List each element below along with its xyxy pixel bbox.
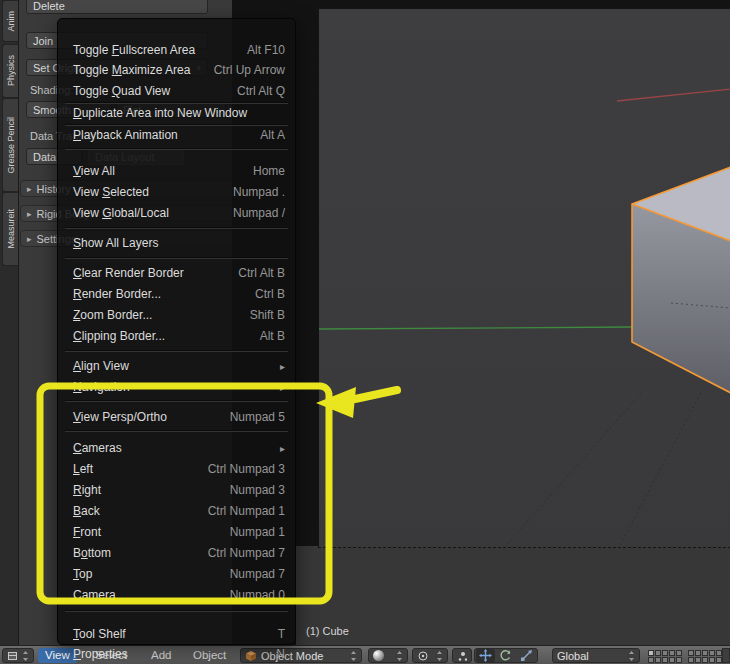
menu-item-view-persp-ortho[interactable]: View Persp/OrthoNumpad 5 (59, 407, 294, 427)
tool-tab-label: Measureit (6, 209, 16, 249)
clipped-header-button[interactable] (722, 648, 730, 663)
layer-toggle[interactable] (669, 650, 675, 656)
menu-item-shortcut: Ctrl Numpad 3 (208, 462, 285, 476)
menu-item-shortcut: Ctrl Up Arrow (214, 63, 285, 77)
menu-item-shortcut: Numpad 3 (230, 483, 285, 497)
layer-toggle[interactable] (702, 657, 708, 663)
view-menu: Toggle Fullscreen AreaAlt F10Toggle Maxi… (57, 18, 296, 645)
menu-item-label: Front (73, 525, 101, 539)
menu-item-clear-render-border[interactable]: Clear Render BorderCtrl Alt B (59, 263, 294, 283)
layer-toggle[interactable] (709, 650, 715, 656)
layer-toggle[interactable] (662, 657, 668, 663)
viewport-lower-region[interactable] (296, 546, 730, 645)
tool-tab-label: Physics (6, 55, 16, 86)
menu-item-label: Tool Shelf (73, 627, 126, 641)
menu-item-shortcut: Alt B (260, 329, 285, 343)
menu-item-shortcut: Ctrl Alt B (238, 266, 285, 280)
tool-tab-measureit[interactable]: Measureit (2, 192, 18, 266)
tool-tab-grease-pencil[interactable]: Grease Pencil (2, 98, 18, 192)
menu-item-shortcut: Ctrl Numpad 7 (208, 546, 285, 560)
tool-tab-physics[interactable]: Physics (2, 44, 18, 98)
menu-item-label: Show All Layers (73, 236, 158, 250)
tool-tab-anim[interactable]: Anim (2, 0, 18, 42)
menu-item-clipping-border[interactable]: Clipping Border...Alt B (59, 326, 294, 346)
submenu-arrow-icon: ▸ (280, 382, 285, 393)
menu-item-shortcut: Alt F10 (247, 43, 285, 57)
menu-item-render-border[interactable]: Render Border...Ctrl B (59, 284, 294, 304)
menu-item-right[interactable]: RightNumpad 3 (59, 480, 294, 500)
menu-item-navigation[interactable]: Navigation▸ (59, 377, 294, 397)
rotate-manipulator-button[interactable] (496, 649, 515, 662)
menu-item-show-all-layers[interactable]: Show All Layers (59, 233, 294, 253)
layer-toggle[interactable] (695, 650, 701, 656)
submenu-arrow-icon: ▸ (280, 443, 285, 454)
menu-item-duplicate-area-into-new-window[interactable]: Duplicate Area into New Window (59, 103, 294, 123)
layer-toggle[interactable] (676, 650, 682, 656)
menu-item-shortcut: N (276, 647, 285, 661)
menu-item-toggle-fullscreen-area[interactable]: Toggle Fullscreen AreaAlt F10 (59, 40, 294, 60)
translate-manipulator-button[interactable] (476, 649, 495, 662)
menu-item-label: Left (73, 462, 93, 476)
menu-item-tool-shelf[interactable]: Tool ShelfT (59, 624, 294, 644)
layer-toggle[interactable] (648, 650, 654, 656)
layer-toggle[interactable] (695, 657, 701, 663)
menu-item-toggle-maximize-area[interactable]: Toggle Maximize AreaCtrl Up Arrow (59, 60, 294, 80)
menu-item-label: Align View (73, 359, 129, 373)
layer-toggle[interactable] (655, 657, 661, 663)
menu-item-cameras[interactable]: Cameras▸ (59, 438, 294, 458)
layer-block (648, 650, 682, 663)
layers-widget (648, 650, 722, 663)
center-points-toggle[interactable] (452, 648, 472, 663)
menu-item-back[interactable]: BackCtrl Numpad 1 (59, 501, 294, 521)
dropdown-arrows-icon (396, 650, 403, 662)
transform-orientation-selector[interactable]: Global (552, 648, 640, 663)
delete-button[interactable]: Delete (26, 0, 208, 14)
viewport-status-text: (1) Cube (306, 625, 349, 637)
layer-toggle[interactable] (662, 650, 668, 656)
menu-item-bottom[interactable]: BottomCtrl Numpad 7 (59, 543, 294, 563)
menu-item-label: Top (73, 567, 92, 581)
scale-manipulator-button[interactable] (517, 649, 536, 662)
menu-item-top[interactable]: TopNumpad 7 (59, 564, 294, 584)
menu-item-shortcut: Numpad . (233, 185, 285, 199)
layer-toggle[interactable] (655, 650, 661, 656)
editor-type-button[interactable] (2, 648, 34, 663)
menu-item-camera[interactable]: CameraNumpad 0 (59, 585, 294, 605)
menu-item-label: Clipping Border... (73, 329, 165, 343)
menu-item-shortcut: Shift B (250, 308, 285, 322)
scale-icon (520, 649, 533, 662)
menu-item-zoom-border[interactable]: Zoom Border...Shift B (59, 305, 294, 325)
menu-separator (65, 148, 288, 149)
layer-toggle[interactable] (688, 657, 694, 663)
menu-item-label: Back (73, 504, 100, 518)
pivot-point-selector[interactable] (412, 648, 448, 663)
menu-item-label: Playback Animation (73, 128, 178, 142)
editor-type-icon (7, 650, 18, 662)
layer-toggle[interactable] (648, 657, 654, 663)
layer-toggle[interactable] (709, 657, 715, 663)
menu-item-label: Cameras (73, 441, 122, 455)
viewport-shading-selector[interactable] (368, 648, 408, 663)
menu-item-front[interactable]: FrontNumpad 1 (59, 522, 294, 542)
panel-expand-icon: ▸ (27, 234, 32, 244)
layer-toggle[interactable] (702, 650, 708, 656)
menu-item-view-global-local[interactable]: View Global/LocalNumpad / (59, 203, 294, 223)
layer-toggle[interactable] (669, 657, 675, 663)
layer-toggle[interactable] (676, 657, 682, 663)
menu-item-view-all[interactable]: View AllHome (59, 161, 294, 181)
panel-expand-icon: ▸ (27, 184, 32, 194)
menu-item-playback-animation[interactable]: Playback AnimationAlt A (59, 125, 294, 145)
menu-item-label: Zoom Border... (73, 308, 152, 322)
layer-toggle[interactable] (688, 650, 694, 656)
menu-item-label: Right (73, 483, 101, 497)
menu-item-label: View Persp/Ortho (73, 410, 167, 424)
menu-item-left[interactable]: LeftCtrl Numpad 3 (59, 459, 294, 479)
menu-item-toggle-quad-view[interactable]: Toggle Quad ViewCtrl Alt Q (59, 81, 294, 101)
menu-item-properties[interactable]: PropertiesN (59, 644, 294, 664)
menu-item-view-selected[interactable]: View SelectedNumpad . (59, 182, 294, 202)
tool-tabs: AnimPhysicsGrease PencilMeasureit (0, 0, 19, 645)
menu-item-align-view[interactable]: Align View▸ (59, 356, 294, 376)
menu-separator (65, 227, 288, 228)
blender-window: AnimPhysicsGrease PencilMeasureit Delete… (0, 0, 730, 664)
3d-viewport[interactable] (318, 8, 730, 548)
